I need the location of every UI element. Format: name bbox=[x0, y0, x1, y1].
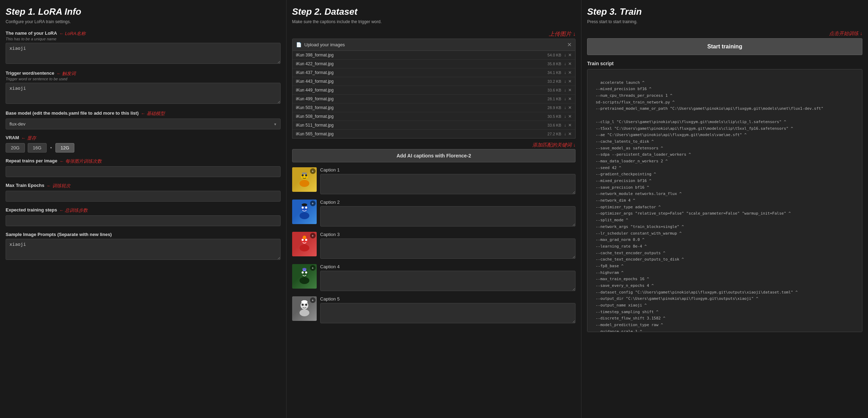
caption-thumb-3: + bbox=[292, 232, 317, 256]
thumb-add-icon[interactable]: + bbox=[310, 233, 316, 238]
thumb-add-icon[interactable]: + bbox=[310, 168, 316, 174]
file-list: iKun 398_format.jpg 54.0 KB ↓ ✕ iKun 422… bbox=[292, 51, 576, 139]
repeat-input[interactable]: 10 bbox=[6, 166, 281, 177]
sample-prompts-group: Sample Image Prompts (Separate with new … bbox=[6, 232, 281, 261]
start-training-btn[interactable]: Start training bbox=[587, 38, 862, 55]
file-row: iKun 499_format.jpg 28.1 KB ↓ ✕ bbox=[292, 95, 576, 103]
svg-point-17 bbox=[302, 271, 304, 274]
svg-point-1 bbox=[300, 180, 309, 187]
svg-point-22 bbox=[300, 309, 309, 316]
caption-right-4: Caption 4 bbox=[320, 264, 576, 292]
lora-name-sublabel: This has to be a unique name bbox=[6, 37, 281, 41]
file-remove-icon[interactable]: ✕ bbox=[568, 105, 572, 110]
max-epochs-group: Max Train Epochs ← 训练轮次 16 bbox=[6, 183, 281, 202]
file-dl-icon: ↓ bbox=[564, 61, 566, 66]
expected-steps-input[interactable]: 1600 bbox=[6, 215, 281, 226]
expected-steps-group: Expected training steps ← 总训练步数 1600 bbox=[6, 207, 281, 226]
caption-textarea-5[interactable] bbox=[320, 303, 576, 323]
step3-column: Step 3. Train Press start to start train… bbox=[581, 0, 868, 418]
vram-group: VRAM ← 显存 20G 16G • 12G bbox=[6, 135, 281, 153]
base-model-label: Base model (edit the models.yaml file to… bbox=[6, 110, 139, 116]
svg-point-24 bbox=[305, 304, 307, 306]
file-name: iKun 565_format.jpg bbox=[296, 132, 547, 136]
repeat-annotation: ← 每张图片训练次数 bbox=[59, 158, 102, 164]
file-size: 28.1 KB bbox=[547, 97, 561, 101]
file-row: iKun 565_format.jpg 27.2 KB ↓ ✕ bbox=[292, 130, 576, 138]
file-remove-icon[interactable]: ✕ bbox=[568, 79, 572, 84]
upload-header[interactable]: 📄 Upload your images ✕ bbox=[292, 39, 576, 51]
svg-point-14 bbox=[303, 236, 306, 239]
caption-textarea-3[interactable] bbox=[320, 238, 576, 259]
caption-label-3: Caption 3 bbox=[320, 232, 576, 237]
file-remove-icon[interactable]: ✕ bbox=[568, 53, 572, 58]
file-row: iKun 449_format.jpg 33.6 KB ↓ ✕ bbox=[292, 86, 576, 95]
file-size: 27.2 KB bbox=[547, 132, 561, 136]
step2-column: Step 2. Dataset Make sure the captions i… bbox=[287, 0, 582, 418]
step2-subtitle: Make sure the captions include the trigg… bbox=[292, 19, 576, 24]
sample-prompts-label: Sample Image Prompts (Separate with new … bbox=[6, 232, 112, 237]
file-name: iKun 398_format.jpg bbox=[296, 53, 547, 58]
train-script-box: accelerate launch ^ --mixed_precision bf… bbox=[587, 69, 862, 332]
svg-point-13 bbox=[305, 239, 307, 241]
lora-name-input[interactable] bbox=[6, 43, 281, 64]
caption-label-2: Caption 2 bbox=[320, 200, 576, 205]
file-name: iKun 499_format.jpg bbox=[296, 96, 547, 101]
caption-right-1: Caption 1 bbox=[320, 167, 576, 195]
file-size: 30.5 KB bbox=[547, 114, 561, 119]
file-size: 35.8 KB bbox=[547, 62, 561, 66]
vram-12g-btn[interactable]: 12G bbox=[55, 143, 75, 153]
file-dl-icon: ↓ bbox=[564, 96, 566, 101]
train-script-label: Train script bbox=[587, 61, 862, 66]
caption-label-4: Caption 4 bbox=[320, 264, 576, 269]
expected-steps-label: Expected training steps bbox=[6, 207, 57, 213]
sample-prompts-input[interactable] bbox=[6, 239, 281, 260]
upload-close-icon[interactable]: ✕ bbox=[567, 41, 572, 48]
caption-textarea-1[interactable] bbox=[320, 174, 576, 194]
expected-steps-annotation: ← 总训练步数 bbox=[59, 207, 88, 214]
lora-name-annotation: ← LoRA名称 bbox=[59, 31, 86, 37]
thumb-add-icon[interactable]: + bbox=[310, 265, 316, 271]
file-remove-icon[interactable]: ✕ bbox=[568, 70, 572, 75]
svg-point-18 bbox=[305, 271, 307, 274]
caption-right-2: Caption 2 bbox=[320, 200, 576, 228]
file-size: 34.1 KB bbox=[547, 70, 561, 75]
lora-name-label: The name of your LoRA bbox=[6, 31, 57, 36]
file-remove-icon[interactable]: ✕ bbox=[568, 88, 572, 93]
file-remove-icon[interactable]: ✕ bbox=[568, 114, 572, 119]
file-remove-icon[interactable]: ✕ bbox=[568, 96, 572, 101]
step2-title: Step 2. Dataset bbox=[292, 6, 576, 17]
svg-point-3 bbox=[305, 174, 307, 176]
svg-point-2 bbox=[302, 174, 304, 176]
file-remove-icon[interactable]: ✕ bbox=[568, 123, 572, 128]
file-name: iKun 503_format.jpg bbox=[296, 105, 547, 110]
start-annotation: 点击开始训练 ↓ bbox=[829, 31, 862, 36]
repeat-trains-group: Repeat trains per image ← 每张图片训练次数 10 bbox=[6, 158, 281, 177]
svg-point-20 bbox=[302, 268, 307, 270]
vram-20g-btn[interactable]: 20G bbox=[6, 143, 25, 153]
thumb-add-icon[interactable]: + bbox=[310, 201, 316, 206]
vram-buttons: 20G 16G • 12G bbox=[6, 143, 281, 153]
file-size: 33.6 KB bbox=[547, 88, 561, 92]
file-dl-icon: ↓ bbox=[564, 70, 566, 75]
step1-subtitle: Configure your LoRA train settings. bbox=[6, 19, 281, 24]
add-captions-btn[interactable]: Add AI captions with Florence-2 bbox=[292, 149, 576, 162]
caption-row-1: + Caption 1 bbox=[292, 167, 576, 195]
vram-16g-btn[interactable]: 16G bbox=[28, 143, 47, 153]
trigger-label: Trigger word/sentence bbox=[6, 70, 54, 76]
caption-textarea-2[interactable] bbox=[320, 206, 576, 227]
upload-annotation: 上传图片 ↓ bbox=[549, 31, 576, 37]
svg-point-9 bbox=[302, 203, 307, 206]
thumb-add-icon[interactable]: + bbox=[310, 297, 316, 303]
caption-row-5: + Caption 5 bbox=[292, 296, 576, 324]
vram-annotation: ← 显存 bbox=[21, 135, 36, 141]
trigger-input[interactable] bbox=[6, 83, 281, 104]
caption-label-1: Caption 1 bbox=[320, 167, 576, 173]
base-model-select[interactable]: flux-dev flux-schnell sd15 sdxl bbox=[6, 119, 281, 129]
trigger-sublabel: Trigger word or sentence to be used bbox=[6, 77, 281, 81]
file-remove-icon[interactable]: ✕ bbox=[568, 61, 572, 66]
file-name: iKun 437_format.jpg bbox=[296, 70, 547, 75]
max-epochs-input[interactable]: 16 bbox=[6, 191, 281, 202]
repeat-label: Repeat trains per image bbox=[6, 158, 57, 163]
file-remove-icon[interactable]: ✕ bbox=[568, 132, 572, 136]
caption-textarea-4[interactable] bbox=[320, 271, 576, 291]
